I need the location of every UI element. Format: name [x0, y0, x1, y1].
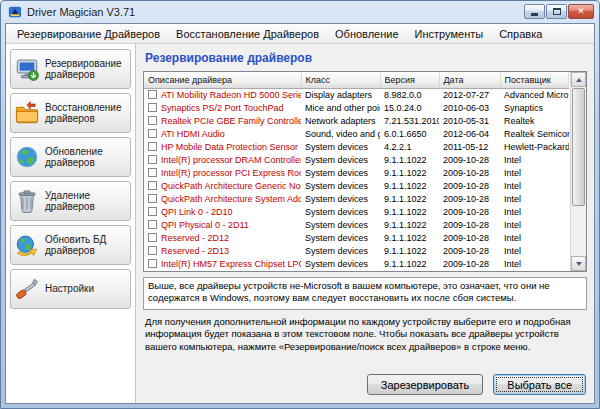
- menu-item-help[interactable]: Справка: [491, 26, 550, 42]
- driver-version: 6.0.1.6650: [380, 127, 439, 140]
- table-row[interactable]: ATI HDMI Audio Sound, video and g... 6.0…: [144, 127, 569, 140]
- driver-name: QuickPath Architecture System Address ..…: [161, 194, 301, 204]
- backup-button[interactable]: Зарезервировать: [367, 374, 484, 395]
- scrollbar-thumb[interactable]: [572, 88, 585, 206]
- row-checkbox[interactable]: [148, 220, 157, 229]
- driver-name: ATI HDMI Audio: [161, 129, 225, 139]
- table-scrollbar[interactable]: [570, 72, 586, 271]
- row-checkbox[interactable]: [148, 246, 157, 255]
- column-header-version[interactable]: Версия: [380, 72, 439, 88]
- row-checkbox[interactable]: [148, 116, 157, 125]
- minimize-icon: [531, 13, 538, 16]
- table-row[interactable]: QPI Physical 0 - 2D11 System devices 9.1…: [144, 218, 569, 231]
- sidebar-item-remove-drivers[interactable]: Удаление драйверов: [10, 181, 131, 221]
- table-row[interactable]: QPI Link 0 - 2D10 System devices 9.1.1.1…: [144, 205, 569, 218]
- driver-vendor: Intel: [500, 153, 569, 166]
- menu-item-update[interactable]: Обновление: [327, 26, 407, 42]
- sidebar: Резервирование драйверов Восстановление …: [6, 44, 136, 403]
- table-row[interactable]: QuickPath Architecture Generic Non-core.…: [144, 179, 569, 192]
- driver-date: 2012-07-27: [439, 88, 500, 101]
- row-checkbox[interactable]: [148, 181, 157, 190]
- close-button[interactable]: ✕: [568, 4, 594, 19]
- scroll-up-icon[interactable]: [571, 72, 586, 87]
- sidebar-item-update-db[interactable]: Обновить БД драйверов: [10, 225, 131, 265]
- row-checkbox[interactable]: [148, 142, 157, 151]
- row-checkbox[interactable]: [148, 155, 157, 164]
- row-checkbox[interactable]: [148, 168, 157, 177]
- driver-version: 9.1.1.1022: [380, 153, 439, 166]
- driver-class: System devices: [301, 153, 380, 166]
- scroll-down-icon[interactable]: [571, 256, 586, 271]
- sidebar-item-settings[interactable]: Настройки: [10, 269, 131, 309]
- driver-class: System devices: [301, 192, 380, 205]
- driver-name: HP Mobile Data Protection Sensor: [161, 142, 298, 152]
- sidebar-item-label: Настройки: [45, 283, 94, 294]
- driver-vendor: Hewlett-Packard D...: [500, 140, 569, 153]
- table-row[interactable]: Reserved - 2D12 System devices 9.1.1.102…: [144, 231, 569, 244]
- driver-date: 2010-06-03: [439, 101, 500, 114]
- title-bar[interactable]: Driver Magician V3.71 ✕: [1, 1, 599, 22]
- column-header-date[interactable]: Дата: [439, 72, 500, 88]
- driver-date: 2012-06-04: [439, 127, 500, 140]
- driver-info-box: Выше, все драйверы устройств не-Microsof…: [143, 277, 587, 310]
- driver-date: 2009-10-28: [439, 166, 500, 179]
- sidebar-item-label: Обновление драйверов: [45, 146, 127, 168]
- driver-vendor: Intel: [500, 257, 569, 270]
- driver-name: Reserved - 2D13: [161, 246, 229, 256]
- driver-class: Display adapters: [301, 88, 380, 101]
- row-checkbox[interactable]: [148, 90, 157, 99]
- menu-item-restore-drivers[interactable]: Восстановление Драйверов: [168, 26, 327, 42]
- driver-name: QPI Physical 0 - 2D11: [161, 220, 249, 230]
- maximize-button[interactable]: [546, 4, 567, 19]
- driver-table-body: ATI Mobility Radeon HD 5000 Series Displ…: [144, 88, 569, 270]
- sidebar-item-update-drivers[interactable]: Обновление драйверов: [10, 137, 131, 177]
- select-all-button[interactable]: Выбрать все: [493, 374, 586, 395]
- table-row[interactable]: Reserved - 2D13 System devices 9.1.1.102…: [144, 244, 569, 257]
- column-header-vendor[interactable]: Поставщик: [500, 72, 569, 88]
- minimize-button[interactable]: [524, 4, 545, 19]
- table-row[interactable]: QuickPath Architecture System Address ..…: [144, 192, 569, 205]
- column-header-class[interactable]: Класс: [301, 72, 380, 88]
- table-row[interactable]: Intel(R) processor DRAM Controller - 004…: [144, 153, 569, 166]
- driver-name: QuickPath Architecture Generic Non-core.…: [161, 181, 301, 191]
- sidebar-item-restore-drivers[interactable]: Восстановление драйверов: [10, 93, 131, 133]
- driver-vendor: Realtek Semicondu...: [500, 127, 569, 140]
- driver-class: System devices: [301, 218, 380, 231]
- table-row[interactable]: Realtek PCIe GBE Family Controller Netwo…: [144, 114, 569, 127]
- driver-vendor: Intel: [500, 179, 569, 192]
- table-row[interactable]: Intel(R) HM57 Express Chipset LPC Interf…: [144, 257, 569, 270]
- row-checkbox[interactable]: [148, 194, 157, 203]
- driver-version: 9.1.1.1022: [380, 192, 439, 205]
- menu-bar: Резервирование Драйверов Восстановление …: [6, 24, 594, 44]
- driver-table: Описание драйвера Класс Версия Дата Пост…: [143, 71, 587, 272]
- row-checkbox[interactable]: [148, 207, 157, 216]
- restore-drivers-icon: [14, 100, 40, 126]
- row-checkbox[interactable]: [148, 129, 157, 138]
- row-checkbox[interactable]: [148, 103, 157, 112]
- driver-version: 4.2.2.1: [380, 140, 439, 153]
- driver-vendor: Intel: [500, 231, 569, 244]
- row-checkbox[interactable]: [148, 259, 157, 268]
- sidebar-item-label: Резервирование драйверов: [45, 58, 127, 80]
- menu-item-tools[interactable]: Инструменты: [407, 26, 492, 42]
- table-row[interactable]: Synaptics PS/2 Port TouchPad Mice and ot…: [144, 101, 569, 114]
- column-header-description[interactable]: Описание драйвера: [144, 72, 301, 88]
- main-panel: Резервирование драйверов Описание драйве…: [136, 44, 594, 403]
- table-row[interactable]: Intel(R) processor PCI Express Root Port…: [144, 166, 569, 179]
- driver-class: System devices: [301, 231, 380, 244]
- driver-vendor: Intel: [500, 218, 569, 231]
- update-drivers-icon: [14, 144, 40, 170]
- table-row[interactable]: ATI Mobility Radeon HD 5000 Series Displ…: [144, 88, 569, 101]
- row-checkbox[interactable]: [148, 233, 157, 242]
- driver-version: 15.0.24.0: [380, 101, 439, 114]
- settings-icon: [14, 276, 40, 302]
- driver-name: Intel(R) processor DRAM Controller - 004…: [161, 155, 301, 165]
- backup-drivers-icon: [14, 56, 40, 82]
- driver-name: Realtek PCIe GBE Family Controller: [161, 116, 301, 126]
- driver-name: Intel(R) HM57 Express Chipset LPC Interf…: [161, 259, 301, 269]
- table-row[interactable]: HP Mobile Data Protection Sensor System …: [144, 140, 569, 153]
- driver-class: System devices: [301, 179, 380, 192]
- menu-item-backup-drivers[interactable]: Резервирование Драйверов: [9, 26, 168, 42]
- driver-version: 9.1.1.1022: [380, 166, 439, 179]
- sidebar-item-backup-drivers[interactable]: Резервирование драйверов: [10, 49, 131, 89]
